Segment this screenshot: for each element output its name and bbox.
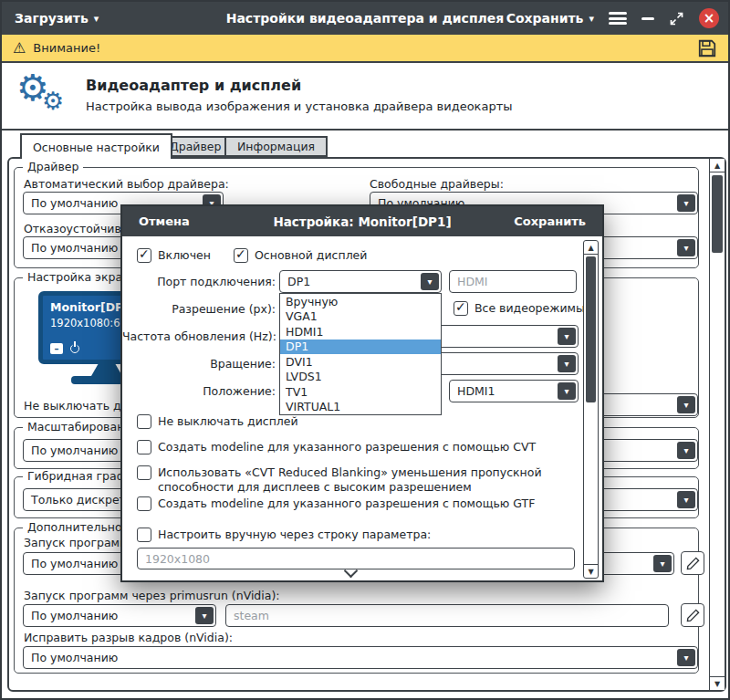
titlebar: Загрузить ▾ Настройки видеоадаптера и ди… <box>2 2 728 35</box>
gear-icon: ⚙ <box>42 87 64 115</box>
titlebar-actions: Сохранить ▾ × <box>506 2 719 35</box>
primus-apps-input[interactable] <box>225 604 669 627</box>
reduced-blanking-checkbox[interactable]: Использовать «CVT Reduced Blanking» умен… <box>137 465 573 494</box>
checkbox-checked-icon <box>234 248 248 263</box>
page-title: Видеоадаптер и дисплей <box>86 77 301 94</box>
save-menu-label: Сохранить <box>506 11 584 26</box>
checkbox-label: Настроить вручную через строку параметра… <box>158 528 431 542</box>
checkbox-label: Не выключать дисплей <box>158 414 298 429</box>
checkbox-icon <box>137 465 151 480</box>
dropdown-option[interactable]: DP1 <box>280 340 441 355</box>
power-icon <box>70 344 79 353</box>
dropdown-option[interactable]: LVDS1 <box>280 370 441 385</box>
caret-down-icon: ▾ <box>677 396 695 413</box>
dropdown-option[interactable]: Вручную <box>280 294 441 309</box>
enabled-checkbox[interactable]: Включен <box>137 248 211 263</box>
caret-down-icon: ▾ <box>677 442 695 459</box>
gtf-checkbox[interactable]: Создать modeline для указанного разрешен… <box>137 496 573 511</box>
main-scrollbar[interactable]: ▲ ▼ <box>709 159 725 690</box>
all-modes-checkbox[interactable]: Все видеорежимы <box>454 301 585 316</box>
save-file-button[interactable] <box>697 38 717 58</box>
manual-mode-checkbox[interactable]: Настроить вручную через строку параметра… <box>137 528 431 542</box>
caret-down-icon: ▾ <box>195 607 214 624</box>
checkbox-icon <box>137 528 151 542</box>
resolution-label: Разрешение (px): <box>122 298 276 320</box>
primary-display-checkbox[interactable]: Основной дисплей <box>234 248 367 263</box>
auto-driver-label: Автоматический выбор драйвера: <box>24 177 229 191</box>
scroll-down-button[interactable]: ▼ <box>584 564 598 578</box>
caret-down-icon: ▾ <box>94 14 99 24</box>
port-select[interactable]: DP1 ▾ <box>279 270 442 293</box>
checkbox-icon <box>137 414 151 429</box>
run-primus-label: Запуск программ через primusrun (nVidia)… <box>24 589 280 602</box>
page-subtitle: Настройка вывода изображения и установка… <box>86 99 513 113</box>
monitor-icons: – <box>50 343 79 354</box>
dropdown-option[interactable]: TV1 <box>280 384 441 400</box>
group-driver-legend: Драйвер <box>23 160 83 173</box>
checkbox-label: Создать modeline для указанного разрешен… <box>158 496 535 511</box>
dialog-cancel-button[interactable]: Отмена <box>139 206 190 236</box>
tearfree-select[interactable]: По умолчанию ▾ <box>23 646 698 669</box>
cvt-checkbox[interactable]: Создать modeline для указанного разрешен… <box>137 440 573 454</box>
tab-information[interactable]: Информация <box>224 136 328 157</box>
dpms-checkbox[interactable]: Не выключать дисплей <box>137 414 298 429</box>
select-value: По умолчанию <box>31 605 118 626</box>
gears-icon: ⚙ ⚙ <box>16 70 77 125</box>
select-value: HDMI1 <box>457 381 495 402</box>
app-window: Загрузить ▾ Настройки видеоадаптера и ди… <box>0 0 730 700</box>
warning-bar: ⚠ Внимание! <box>2 35 728 63</box>
load-menu-button[interactable]: Загрузить ▾ <box>15 2 99 35</box>
checkbox-icon <box>137 496 151 511</box>
pencil-icon <box>686 557 700 570</box>
dropdown-option[interactable]: VGA1 <box>280 309 441 325</box>
refresh-label: Частота обновления (Hz): <box>122 325 276 348</box>
select-value: DP1 <box>287 271 310 292</box>
close-button[interactable]: × <box>699 8 719 28</box>
rotation-label: Вращение: <box>122 352 276 375</box>
scroll-up-button[interactable]: ▲ <box>710 159 725 172</box>
tearfree-label: Исправить разрыв кадров (nVidia): <box>24 631 233 644</box>
select-value: По умолчанию <box>31 193 118 214</box>
minimize-button[interactable] <box>641 17 654 20</box>
tab-main-settings[interactable]: Основные настройки <box>20 133 172 159</box>
select-value: По умолчанию <box>31 237 118 258</box>
dialog-save-button[interactable]: Сохранить <box>514 206 586 236</box>
maximize-button[interactable] <box>669 11 684 26</box>
scroll-up-button[interactable]: ▲ <box>584 241 598 255</box>
caret-down-icon: ▾ <box>558 382 576 400</box>
manual-mode-input[interactable] <box>137 548 575 569</box>
scrollbar-thumb[interactable] <box>712 175 723 253</box>
checkbox-label: Включен <box>158 248 211 263</box>
dropdown-option[interactable]: DVI1 <box>280 354 441 370</box>
app-header: ⚙ ⚙ Видеоадаптер и дисплей Настройка выв… <box>2 65 728 131</box>
pencil-icon <box>686 609 700 622</box>
menu-button[interactable] <box>609 12 627 25</box>
dialog-scrollbar[interactable]: ▲ ▼ <box>583 240 599 579</box>
free-drivers-label: Свободные драйверы: <box>370 177 504 191</box>
dropdown-option[interactable]: HDMI1 <box>280 324 441 340</box>
select-value: По умолчанию <box>31 647 118 668</box>
caret-down-icon: ▾ <box>653 555 672 572</box>
edit-primus-button[interactable] <box>681 603 704 627</box>
position-relative-select[interactable]: HDMI1 ▾ <box>449 380 579 402</box>
checkbox-label: Все видеорежимы <box>474 301 585 316</box>
checkbox-checked-icon <box>454 301 468 316</box>
caret-down-icon: ▾ <box>677 491 695 508</box>
save-menu-button[interactable]: Сохранить ▾ <box>506 11 594 26</box>
scrollbar-thumb[interactable] <box>586 256 596 402</box>
dropdown-option[interactable]: VIRTUAL1 <box>280 400 441 415</box>
dialog-titlebar: Отмена Настройка: Monitor[DP1] Сохранить <box>122 206 602 236</box>
checkbox-label: Основной дисплей <box>255 248 367 263</box>
group-extra-legend: Дополнительно <box>23 520 127 534</box>
checkbox-checked-icon <box>137 248 151 263</box>
warning-icon: ⚠ <box>13 41 26 56</box>
resolution-dropdown-list: ВручнуюVGA1HDMI1DP1DVI1LVDS1TV1VIRTUAL1 <box>279 293 442 415</box>
run-primus-select[interactable]: По умолчанию ▾ <box>23 604 216 627</box>
position-label: Положение: <box>122 380 276 402</box>
hamburger-icon <box>609 22 627 25</box>
caret-down-icon: ▾ <box>421 273 439 290</box>
port-manual-input[interactable] <box>449 270 577 293</box>
scroll-down-button[interactable]: ▼ <box>710 676 725 690</box>
edit-optimus-button[interactable] <box>681 551 704 575</box>
port-label: Порт подключения: <box>122 270 276 293</box>
